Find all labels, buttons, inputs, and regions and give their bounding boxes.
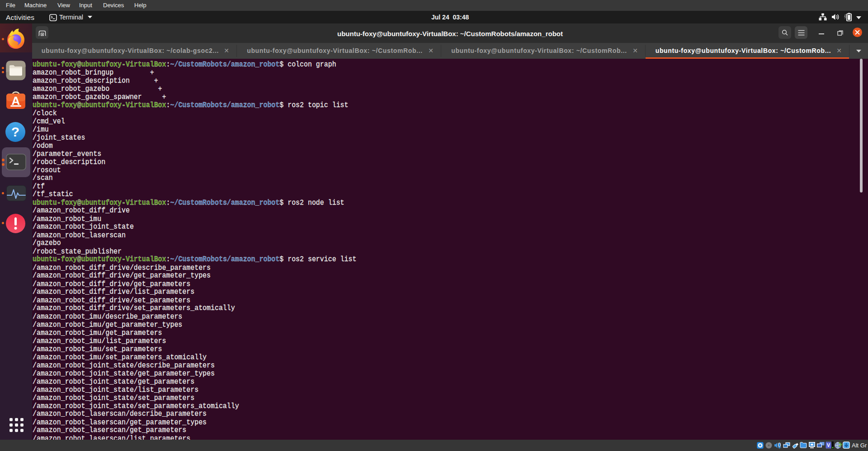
svg-text:V: V [827, 442, 830, 448]
svg-text:?: ? [11, 124, 19, 139]
